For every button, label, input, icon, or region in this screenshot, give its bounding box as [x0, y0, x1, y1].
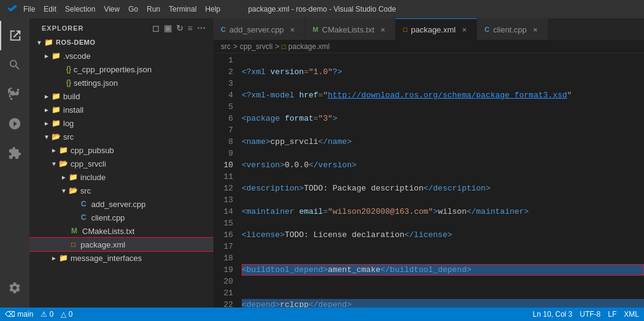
language[interactable]: XML [624, 310, 639, 319]
vscode-logo [7, 4, 17, 14]
json-icon: {} [66, 65, 71, 74]
chevron-right-icon: ► [42, 53, 52, 59]
tab-add-server[interactable]: C add_server.cpp × [213, 18, 305, 40]
tree-item-build[interactable]: ► 📁 build [29, 89, 213, 103]
cpp-file-icon: C [485, 26, 489, 33]
activity-run[interactable] [0, 109, 29, 138]
code-line-4: <name>cpp_srvcli</name> [242, 136, 644, 148]
breadcrumb-package-xml[interactable]: package.xml [288, 42, 329, 51]
tree-item-ros-demo[interactable]: ▼ 📁 ROS-DEMO [29, 36, 213, 49]
code-line-6: <description>TODO: Package description</… [242, 183, 644, 194]
folder-icon: 📁 [44, 38, 53, 47]
tree-item-vscode[interactable]: ► 📁 .vscode [29, 49, 213, 62]
title-bar: File Edit Selection View Go Run Terminal… [0, 0, 644, 18]
git-branch[interactable]: ⌫ main [5, 310, 33, 319]
breadcrumb-sep1: > [233, 42, 237, 51]
tree-item-install[interactable]: ► 📁 install [29, 103, 213, 116]
tree-item-cpp-pubsub[interactable]: ► 📁 cpp_pubsub [29, 143, 213, 157]
cursor-position[interactable]: Ln 10, Col 3 [533, 310, 573, 319]
tab-cmakelists[interactable]: M CMakeLists.txt × [305, 18, 396, 40]
tree-label: c_cpp_properties.json [74, 65, 151, 74]
breadcrumb-xml-icon: □ [282, 43, 286, 50]
menu-selection[interactable]: Selection [65, 5, 95, 13]
tab-label: client.cpp [493, 25, 527, 34]
tree-label: package.xml [80, 240, 125, 249]
folder-icon: 📁 [52, 92, 61, 100]
tab-close-icon[interactable]: × [531, 25, 540, 34]
menu-view[interactable]: View [104, 5, 120, 13]
tree-label: src [80, 186, 91, 195]
error-count[interactable]: ⚠ 0 [40, 310, 53, 319]
menu-bar[interactable]: File Edit Selection View Go Run Terminal… [23, 5, 220, 13]
tree-item-include[interactable]: ► 📁 include [29, 170, 213, 184]
tree-item-cpp-srvcli[interactable]: ▼ 📂 cpp_srvcli [29, 157, 213, 170]
tree-item-package-xml[interactable]: ► □ package.xml [29, 238, 213, 251]
tree-item-message-interfaces[interactable]: ► 📁 message_interfaces [29, 251, 213, 265]
code-line-10: <buildtool_depend>ament_cmake</buildtool… [242, 264, 644, 276]
tab-label: CMakeLists.txt [322, 25, 374, 34]
tab-client[interactable]: C client.cpp × [477, 18, 548, 40]
warning-count[interactable]: △ 0 [61, 310, 72, 319]
tree-item-add-server[interactable]: ► C add_server.cpp [29, 197, 213, 211]
folder-open-icon: 📂 [59, 159, 68, 168]
tree-label: CMakeLists.txt [82, 227, 134, 236]
menu-file[interactable]: File [23, 5, 35, 13]
activity-explorer[interactable] [0, 21, 29, 50]
tree-item-settings[interactable]: ► {} settings.json [29, 76, 213, 89]
menu-run[interactable]: Run [147, 5, 160, 13]
tab-close-icon[interactable]: × [378, 25, 388, 34]
tree-item-log[interactable]: ► 📁 log [29, 116, 213, 130]
line-ending[interactable]: LF [608, 310, 616, 319]
tree-item-src[interactable]: ▼ 📂 src [29, 130, 213, 143]
more-actions-icon[interactable]: ⋯ [197, 23, 206, 33]
refresh-icon[interactable]: ↻ [176, 23, 184, 33]
activity-bar [0, 18, 29, 308]
xml-icon: □ [71, 240, 75, 249]
file-tree: ▼ 📁 ROS-DEMO ► 📁 .vscode ► {} c_cpp_prop… [29, 36, 213, 308]
cmake-file-icon: M [313, 26, 318, 33]
encoding[interactable]: UTF-8 [580, 310, 600, 319]
breadcrumb-src[interactable]: src [221, 42, 231, 51]
new-folder-icon[interactable]: ▣ [164, 23, 172, 33]
activity-extensions[interactable] [0, 138, 29, 168]
breadcrumb: src > cpp_srvcli > □ package.xml [213, 40, 644, 53]
tab-package-xml[interactable]: □ package.xml × [396, 18, 477, 40]
activity-settings[interactable] [0, 273, 29, 303]
chevron-down-icon: ▼ [42, 134, 52, 140]
cpp-icon: C [81, 200, 86, 208]
breadcrumb-cpp-srvcli[interactable]: cpp_srvcli [240, 42, 272, 51]
window-title: package.xml - ros-demo - Visual Studio C… [248, 5, 396, 13]
new-file-icon[interactable]: ◻ [152, 23, 160, 33]
code-line-5: <version>0.0.0</version> [242, 159, 644, 171]
tree-item-src-nested[interactable]: ▼ 📂 src [29, 184, 213, 197]
xml-file-icon: □ [403, 26, 407, 33]
code-line-3: <package format="3"> [242, 113, 644, 124]
tree-label: cpp_srvcli [71, 159, 106, 168]
folder-icon: 📁 [52, 51, 61, 60]
folder-icon: 📁 [52, 105, 61, 114]
folder-open-icon: 📂 [52, 132, 61, 141]
tabs-bar: C add_server.cpp × M CMakeLists.txt × □ … [213, 18, 644, 40]
tree-label: build [63, 92, 80, 101]
tab-close-icon[interactable]: × [459, 25, 469, 34]
breadcrumb-sep2: > [275, 42, 279, 51]
activity-search[interactable] [0, 50, 29, 80]
menu-terminal[interactable]: Terminal [169, 5, 196, 13]
tab-close-icon[interactable]: × [288, 25, 297, 34]
folder-icon: 📁 [69, 173, 78, 181]
code-lines: <?xml version="1.0"?> <?xml-model href="… [239, 53, 644, 308]
tree-item-client[interactable]: ► C client.cpp [29, 211, 213, 224]
sidebar-header-actions[interactable]: ◻ ▣ ↻ ≡ ⋯ [152, 23, 206, 33]
menu-help[interactable]: Help [205, 5, 221, 13]
menu-go[interactable]: Go [128, 5, 138, 13]
folder-icon: 📁 [52, 119, 61, 127]
menu-edit[interactable]: Edit [44, 5, 56, 13]
code-editor[interactable]: 12345 6789 10 1112131415 1617181920 2122… [213, 53, 644, 308]
tree-item-cmakelists[interactable]: ► M CMakeLists.txt [29, 224, 213, 238]
code-line-8: <license>TODO: License declaration</lice… [242, 229, 644, 241]
tree-item-c-cpp-props[interactable]: ► {} c_cpp_properties.json [29, 62, 213, 76]
tree-label: src [63, 132, 74, 142]
activity-source-control[interactable] [0, 80, 29, 109]
tree-label: client.cpp [91, 213, 125, 222]
collapse-icon[interactable]: ≡ [188, 23, 193, 33]
